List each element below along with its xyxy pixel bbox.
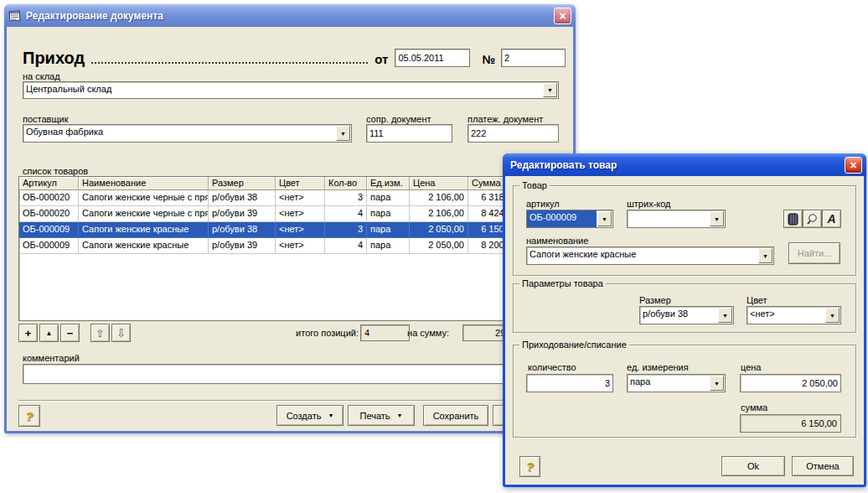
date-field[interactable] [395, 49, 470, 67]
quantity-field[interactable] [526, 374, 613, 392]
payment-doc-field[interactable] [468, 124, 559, 143]
cell-qty: 4 [325, 238, 367, 254]
doc-number-field[interactable] [501, 49, 566, 67]
size-value: р/обуви 38 [640, 307, 717, 324]
cell-color: <нет> [276, 190, 325, 206]
cell-name: Сапоги женские черные с пря [79, 190, 209, 206]
column-header[interactable]: Кол-во [325, 177, 367, 190]
chevron-down-icon[interactable]: ▼ [597, 211, 612, 226]
create-button[interactable]: Создать ▼ [276, 405, 344, 426]
chevron-down-icon[interactable]: ▼ [718, 308, 732, 323]
cell-articul: ОБ-000020 [19, 206, 79, 222]
barcode-combobox[interactable]: ▼ [627, 210, 726, 228]
help-button[interactable]: ? [18, 405, 40, 427]
size-combobox[interactable]: р/обуви 38 ▼ [639, 306, 734, 324]
column-header[interactable]: Ед.изм. [367, 177, 410, 190]
cell-unit: пара [367, 190, 410, 206]
sum-value: 6 150,00 [740, 414, 841, 433]
supplier-combobox[interactable]: Обувная фабрика ▼ [23, 124, 352, 143]
quantity-label: количество [528, 362, 576, 372]
find-button[interactable]: Найти... [788, 242, 840, 264]
number-sign-label: № [482, 53, 495, 66]
save-button-label: Сохранить [433, 411, 479, 421]
table-header-row: Артикул Наименование Размер Цвет Кол-во … [19, 177, 558, 190]
column-header[interactable]: Наименование [79, 177, 209, 190]
edit-row-button[interactable]: ▲ [39, 324, 59, 342]
arrow-up-icon: ⇧ [96, 327, 105, 340]
color-value: <нет> [747, 307, 824, 324]
cell-articul: ОБ-000009 [19, 238, 79, 254]
arrow-down-icon: ⇩ [116, 327, 126, 340]
column-header[interactable]: Размер [209, 177, 276, 190]
cell-color: <нет> [276, 222, 325, 238]
cell-name: Сапоги женские красные [79, 238, 209, 254]
dialog-help-button[interactable]: ? [519, 456, 540, 477]
help-icon: ? [526, 459, 534, 474]
letter-a-icon: A [827, 212, 835, 226]
name-label: наименование [526, 236, 588, 246]
save-button[interactable]: Сохранить [423, 405, 488, 426]
document-edit-window: Редактирование документа × Приход от № н… [4, 4, 576, 433]
price-field[interactable] [740, 374, 841, 392]
cancel-button[interactable]: Отмена [792, 456, 854, 476]
warehouse-value: Центральный склад [23, 82, 542, 98]
cell-price: 2 050,00 [410, 222, 468, 238]
product-group-label: Товар [519, 180, 550, 190]
chevron-down-icon: ▼ [328, 413, 333, 418]
main-close-icon[interactable]: × [554, 8, 571, 24]
dialog-close-icon[interactable]: × [845, 157, 862, 174]
warehouse-label: на склад [23, 71, 60, 81]
dialog-titlebar: Редактировать товар × [503, 153, 866, 176]
warehouse-combobox[interactable]: Центральный склад ▼ [23, 81, 559, 99]
chevron-down-icon[interactable]: ▼ [543, 83, 557, 97]
move-row-down-button[interactable]: ⇩ [111, 324, 131, 342]
column-header[interactable]: Цена [410, 177, 468, 190]
letter-a-button[interactable]: A [822, 210, 841, 228]
print-button[interactable]: Печать ▼ [348, 405, 415, 426]
name-combobox[interactable]: Сапоги женские красные ▼ [526, 246, 774, 265]
cell-qty: 3 [325, 190, 367, 206]
color-combobox[interactable]: <нет> ▼ [747, 306, 841, 324]
items-list-label: список товаров [23, 166, 88, 176]
chevron-down-icon[interactable]: ▼ [710, 211, 724, 226]
chevron-down-icon[interactable]: ▼ [825, 308, 840, 323]
table-row[interactable]: ОБ-000009 Сапоги женские красные р/обуви… [19, 238, 558, 254]
chevron-down-icon[interactable]: ▼ [710, 376, 724, 391]
catalog-button[interactable] [783, 210, 803, 228]
cell-unit: пара [367, 206, 410, 222]
triangle-up-icon: ▲ [46, 330, 53, 337]
add-row-button[interactable]: + [18, 324, 38, 342]
items-table: Артикул Наименование Размер Цвет Кол-во … [18, 176, 559, 321]
unit-combobox[interactable]: пара ▼ [627, 374, 726, 392]
search-button[interactable] [803, 210, 822, 228]
barcode-label: штрих-код [627, 199, 671, 209]
accomp-doc-label: сопр. документ [366, 114, 431, 124]
table-row[interactable]: ОБ-000020 Сапоги женские черные с пря р/… [19, 190, 558, 206]
cell-color: <нет> [276, 238, 325, 254]
doc-header: Приход от № [23, 44, 566, 67]
cell-price: 2 050,00 [410, 238, 468, 254]
unit-label: ед. измерения [627, 362, 689, 372]
total-positions-label: итого позиций: [250, 328, 359, 338]
table-row[interactable]: ОБ-000020 Сапоги женские черные с пря р/… [19, 206, 558, 222]
find-button-label: Найти... [798, 248, 832, 258]
cell-unit: пара [367, 238, 410, 254]
chevron-down-icon[interactable]: ▼ [758, 248, 772, 263]
chevron-down-icon[interactable]: ▼ [336, 126, 350, 141]
ok-button[interactable]: Ok [721, 456, 785, 476]
cell-name: Сапоги женские красные [79, 222, 209, 238]
articul-combobox[interactable]: ОБ-000009 ▼ [526, 210, 613, 228]
table-row-selected[interactable]: ОБ-000009 Сапоги женские красные р/обуви… [19, 222, 558, 238]
accomp-doc-field[interactable] [366, 124, 452, 143]
articul-label: артикул [526, 199, 560, 209]
remove-row-button[interactable]: − [60, 324, 80, 342]
params-group-label: Параметры товара [519, 278, 606, 288]
cell-price: 2 106,00 [410, 190, 468, 206]
card-index-icon [788, 213, 798, 226]
column-header[interactable]: Артикул [19, 177, 79, 190]
move-row-up-button[interactable]: ⇧ [90, 324, 110, 342]
inout-group-label: Приходование/списание [519, 340, 629, 350]
comment-field[interactable] [23, 364, 559, 384]
chevron-down-icon: ▼ [397, 413, 403, 418]
column-header[interactable]: Цвет [276, 177, 325, 190]
